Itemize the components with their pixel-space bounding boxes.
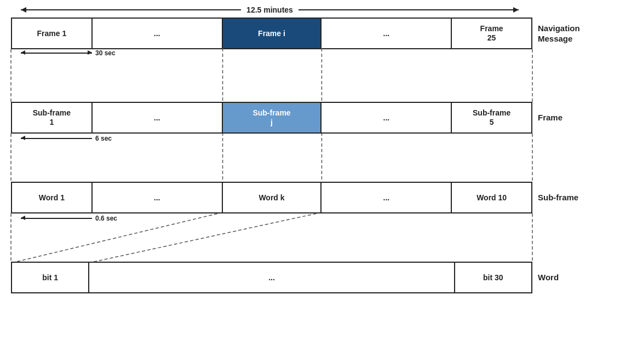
arrow-right-tip	[298, 9, 519, 10]
nav-duration-arrow	[21, 53, 92, 54]
nav-duration-row: 30 sec	[21, 49, 609, 57]
cell-dots-4: ...	[322, 103, 452, 132]
top-arrow-row: 12.5 minutes	[21, 5, 519, 14]
diagram-container: 12.5 minutes Frame 1 ... Frame i ... Fra…	[0, 0, 620, 364]
cell-bit1: bit 1	[12, 263, 89, 292]
word-bar: bit 1 ... bit 30	[11, 262, 532, 293]
cell-frame25: Frame25	[452, 19, 531, 48]
word-row: bit 1 ... bit 30 Word	[11, 262, 609, 293]
subframe-arrow-left	[21, 218, 92, 219]
cell-dots-6: ...	[322, 183, 452, 212]
cell-subframe5: Sub-frame5	[452, 103, 531, 132]
navigation-row: Frame 1 ... Frame i ... Frame25 Navigati…	[11, 18, 609, 49]
frame-duration-row: 6 sec	[21, 135, 609, 142]
cell-subframe-j: Sub-framej	[223, 103, 322, 132]
subframe-bar: Word 1 ... Word k ... Word 10	[11, 182, 532, 213]
cell-word-k: Word k	[223, 183, 322, 212]
subframe-label: Sub-frame	[538, 192, 609, 203]
cell-word1: Word 1	[12, 183, 93, 212]
frame-duration-arrow	[21, 138, 92, 139]
cell-dots-7: ...	[89, 263, 455, 292]
frame-label: Frame	[538, 112, 609, 123]
subframe-row: Word 1 ... Word k ... Word 10 Sub-frame	[11, 182, 609, 213]
navigation-bar: Frame 1 ... Frame i ... Frame25	[11, 18, 532, 49]
nav-duration-label: 30 sec	[95, 49, 116, 57]
cell-dots-5: ...	[93, 183, 223, 212]
frame-row: Sub-frame1 ... Sub-framej ... Sub-frame5…	[11, 102, 609, 134]
frame-bar: Sub-frame1 ... Sub-framej ... Sub-frame5	[11, 102, 532, 134]
arrow-left-tip	[21, 9, 241, 10]
navigation-label: NavigationMessage	[538, 23, 609, 44]
top-arrow-label: 12.5 minutes	[241, 5, 298, 14]
frame-arrow-left	[21, 138, 92, 139]
cell-subframe1: Sub-frame1	[12, 103, 93, 132]
subframe-duration-label: 0.6 sec	[95, 215, 117, 222]
subframe-duration-row: 0.6 sec	[21, 215, 609, 222]
cell-word10: Word 10	[452, 183, 531, 212]
cell-dots-3: ...	[93, 103, 223, 132]
subframe-duration-arrow	[21, 218, 92, 219]
cell-frame1: Frame 1	[12, 19, 93, 48]
cell-dots-2: ...	[322, 19, 452, 48]
frame-duration-label: 6 sec	[95, 135, 112, 142]
cell-bit30: bit 30	[455, 263, 531, 292]
top-double-arrow: 12.5 minutes	[21, 5, 519, 14]
cell-frame-i: Frame i	[223, 19, 322, 48]
nav-arrow-left	[21, 53, 92, 54]
word-label: Word	[538, 272, 609, 283]
cell-dots-1: ...	[93, 19, 223, 48]
